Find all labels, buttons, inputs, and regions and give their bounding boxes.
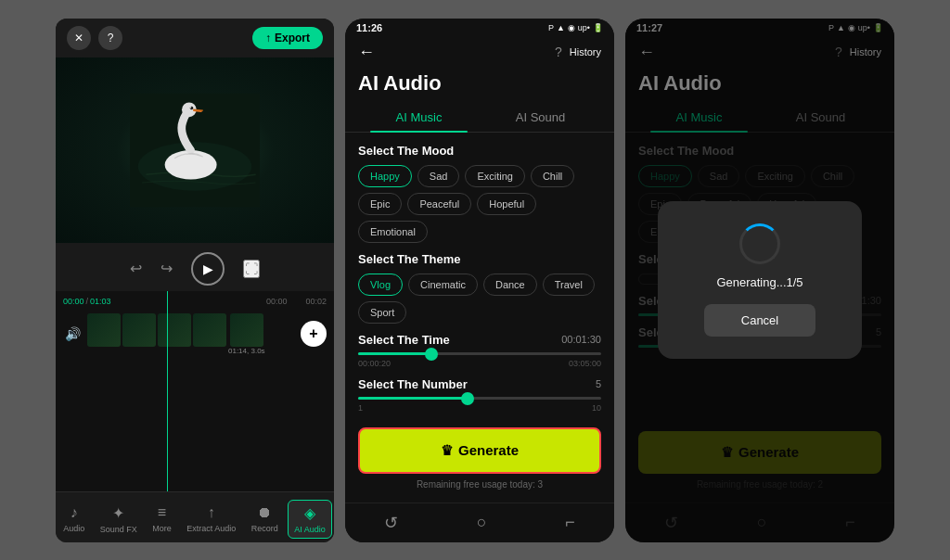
tab-bar: AI Music AI Sound [345,103,614,133]
undo-button[interactable]: ↩ [130,260,142,277]
thumb-3[interactable] [158,313,191,347]
generating-modal: Generating...1/5 Cancel [658,201,862,359]
mood-sad[interactable]: Sad [417,165,460,187]
toolbar-record[interactable]: ⏺ Record [246,501,284,537]
history-button[interactable]: History [570,46,601,57]
play-button[interactable]: ▶ [191,252,225,286]
generate-button[interactable]: ♛ Generate [358,427,601,474]
mood-grid: Happy Sad Exciting Chill Epic Peaceful H… [345,165,614,252]
time-slider-minmax: 00:00:20 03:05:00 [358,359,601,368]
close-button[interactable]: ✕ [67,26,91,50]
time-slider-track[interactable] [358,352,601,355]
theme-cinematic[interactable]: Cinematic [408,274,478,296]
more-label: More [152,524,172,533]
number-slider-section: Select The Number 5 1 10 [345,377,614,414]
generate-section: ♛ Generate Remaining free usage today: 3 [345,414,614,503]
audio-icon: ♪ [71,504,78,521]
generating-text: Generating...1/5 [676,275,843,289]
number-min: 1 [358,403,363,413]
mood-emotional[interactable]: Emotional [358,221,428,243]
question-icon: ? [555,45,562,59]
header-right: ? History [555,45,601,59]
camera-icon: ◉ [568,23,575,32]
number-value: 5 [596,378,601,389]
playback-controls: ↩ ↪ ▶ ⛶ [56,243,334,291]
generating-modal-overlay: Generating...1/5 Cancel [625,19,894,542]
number-slider-thumb[interactable] [461,392,474,405]
thumb-timestamp: 01:14, 3.0s [228,347,265,355]
status-time: 11:26 [356,22,382,33]
number-slider-fill [358,397,468,400]
time-slider-thumb[interactable] [425,348,438,361]
mood-happy[interactable]: Happy [358,165,412,187]
ai-audio-icon: ◈ [304,504,315,522]
nav-refresh[interactable]: ↺ [384,513,398,533]
tab-ai-sound[interactable]: AI Sound [480,103,601,132]
bottom-nav: ↺ ○ ⌐ [345,503,614,542]
cancel-button[interactable]: Cancel [704,304,815,337]
time-slider-fill [358,352,431,355]
thumb-2[interactable] [122,313,156,347]
theme-dance[interactable]: Dance [483,274,537,296]
toolbar-ai-audio[interactable]: ◈ AI Audio [288,500,332,539]
mood-hopeful[interactable]: Hopeful [477,193,536,215]
toolbar-items: ♪ Audio ✦ Sound FX ≡ More ↑ Extract Audi… [56,500,334,539]
export-icon: ↑ [265,32,271,45]
toolbar-extract-audio[interactable]: ↑ Extract Audio [181,501,241,537]
battery-icon: 🔋 [593,23,603,32]
number-max: 10 [592,403,601,413]
ai-audio-generating-screen: 11:27 P ▲ ◉ up• 🔋 ← ? History AI Audio A… [625,19,894,542]
mood-epic[interactable]: Epic [358,193,402,215]
help-button[interactable]: ? [98,26,122,50]
theme-section-title: Select The Theme [345,252,614,274]
toolbar-more[interactable]: ≡ More [147,501,177,537]
wifi-icon: ▲ [557,23,565,32]
remaining-text: Remaining free usage today: 3 [358,479,601,490]
nav-home[interactable]: ○ [477,513,487,533]
timeline-cursor [167,291,168,491]
tab-ai-music[interactable]: AI Music [358,103,480,132]
theme-sport[interactable]: Sport [358,301,406,324]
export-label: Export [275,32,310,45]
number-slider-track[interactable] [358,397,601,400]
video-editor-screen: ✕ ? ↑ Export [56,19,334,542]
status-icons: P ▲ ◉ up• 🔋 [548,23,603,32]
swan-image [130,90,260,210]
number-slider-header: Select The Number 5 [358,377,601,391]
track-thumbnails: 01:14, 3.0s [87,313,295,355]
fullscreen-button[interactable]: ⛶ [243,260,260,278]
svg-point-5 [190,107,191,108]
redo-button[interactable]: ↪ [160,260,173,277]
timeline-ruler: 00:00 / 01:03 00:00 00:02 [56,297,334,306]
thumb-5[interactable] [230,313,263,347]
time-min: 00:00:20 [358,359,391,368]
thumb-labeled: 01:14, 3.0s [228,313,265,355]
time-max: 03:05:00 [569,359,601,368]
video-track: 🔊 01:14, 3.0s + [56,310,334,359]
mood-peaceful[interactable]: Peaceful [407,193,471,215]
time-current: 00:00 [63,297,84,306]
nav-back[interactable]: ⌐ [565,513,575,533]
time-value: 00:01:30 [561,334,601,345]
topbar-left: ✕ ? [67,26,122,50]
audio-label: Audio [63,524,84,533]
thumb-1[interactable] [87,313,121,347]
theme-travel[interactable]: Travel [543,274,595,296]
toolbar-sound-fx[interactable]: ✦ Sound FX [95,501,143,538]
time-label: Select The Time [358,333,450,347]
export-button[interactable]: ↑ Export [252,27,323,49]
svg-point-2 [165,150,217,180]
record-icon: ⏺ [257,504,272,521]
mood-exciting[interactable]: Exciting [465,165,525,187]
ai-audio-label: AI Audio [294,525,326,534]
thumb-4[interactable] [193,313,226,347]
extract-audio-label: Extract Audio [186,524,236,533]
mood-section-title: Select The Mood [345,144,614,165]
toolbar-audio[interactable]: ♪ Audio [58,501,90,537]
theme-vlog[interactable]: Vlog [358,274,403,296]
loading-spinner [739,223,780,264]
time-slider-section: Select The Time 00:01:30 00:00:20 03:05:… [345,333,614,377]
back-button[interactable]: ← [358,43,375,62]
add-clip-button[interactable]: + [301,321,327,347]
mood-chill[interactable]: Chill [531,165,574,187]
